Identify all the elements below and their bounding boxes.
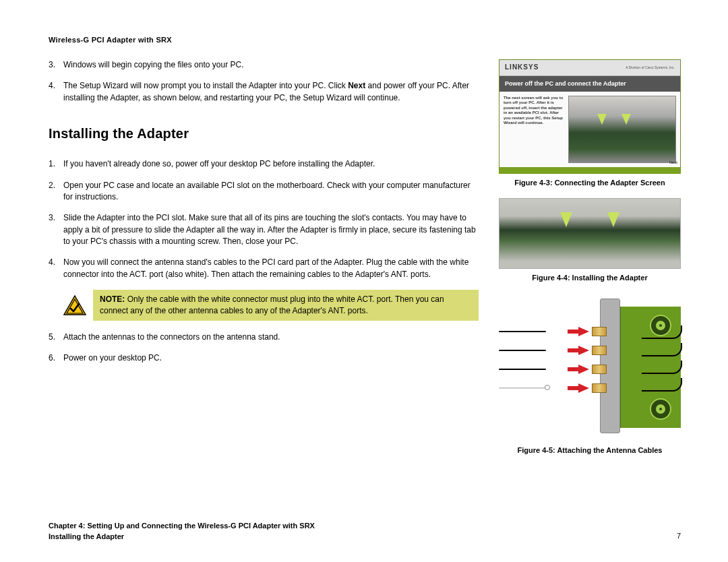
- antenna-cable: [499, 369, 546, 370]
- sma-connector: [592, 327, 607, 336]
- main-column: 3. Windows will begin copying the files …: [49, 59, 479, 514]
- install-steps: 1. If you haven't already done so, power…: [49, 158, 479, 280]
- mounting-hole: [650, 398, 671, 420]
- board-cable: [642, 343, 682, 356]
- wizard-photo: [568, 96, 676, 163]
- step-number: 3.: [49, 59, 63, 71]
- footer-left: Chapter 4: Setting Up and Connecting the…: [49, 521, 315, 542]
- note-body: Only the cable with the white connector …: [100, 294, 444, 315]
- board-cable: [642, 325, 682, 339]
- step-text: Slide the Adapter into the PCI slot. Mak…: [63, 212, 479, 247]
- step-text: Attach the antennas to the connectors on…: [63, 332, 479, 343]
- step-text-bold: Next: [348, 81, 365, 90]
- intro-steps: 3. Windows will begin copying the files …: [49, 59, 479, 104]
- sma-connector: [592, 365, 607, 374]
- warning-icon: [63, 295, 86, 315]
- brand-subtitle: A Division of Cisco Systems, Inc.: [626, 65, 675, 70]
- step-3b: 3. Slide the Adapter into the PCI slot. …: [49, 212, 479, 247]
- note-label: NOTE:: [100, 294, 125, 304]
- section-line: Installing the Adapter: [49, 532, 315, 542]
- pci-install-photo: [499, 198, 681, 269]
- board-cable: [642, 378, 682, 392]
- step-number: 5.: [49, 332, 63, 343]
- page-number: 7: [667, 531, 681, 542]
- step-6: 6. Power on your desktop PC.: [49, 352, 479, 364]
- sma-connector: [592, 383, 607, 393]
- step-text: Windows will begin copying the files ont…: [63, 59, 479, 71]
- wizard-logo-bar: LINKSYS A Division of Cisco Systems, Inc…: [499, 60, 680, 76]
- step-text: The Setup Wizard will now prompt you to …: [63, 80, 479, 104]
- post-steps: 5. Attach the antennas to the connectors…: [49, 332, 479, 365]
- step-4: 4. The Setup Wizard will now prompt you …: [49, 80, 479, 104]
- arrow-icon: [621, 114, 631, 125]
- step-5: 5. Attach the antennas to the connectors…: [49, 332, 479, 343]
- arrow-icon: [597, 114, 607, 125]
- wizard-screenshot: LINKSYS A Division of Cisco Systems, Inc…: [499, 59, 681, 174]
- step-1: 1. If you haven't already done so, power…: [49, 158, 479, 170]
- section-title: Installing the Adapter: [49, 124, 479, 144]
- red-arrow-icon: [578, 383, 589, 393]
- step-number: 3.: [49, 212, 63, 247]
- antenna-cable: [499, 350, 546, 351]
- doc-header: Wireless-G PCI Adapter with SRX: [49, 35, 681, 46]
- step-text: Now you will connect the antenna stand's…: [63, 257, 479, 280]
- chapter-line: Chapter 4: Setting Up and Connecting the…: [49, 521, 315, 531]
- wizard-body: The next screen will ask you to turn off…: [499, 92, 680, 167]
- red-arrow-icon: [578, 327, 589, 336]
- step-2: 2. Open your PC case and locate an avail…: [49, 180, 479, 204]
- note-text: NOTE: Only the cable with the white conn…: [93, 290, 479, 321]
- step-number: 2.: [49, 180, 63, 204]
- step-text: If you haven't already done so, power of…: [63, 158, 479, 170]
- step-text: Open your PC case and locate an availabl…: [63, 180, 479, 204]
- note-box: NOTE: Only the cable with the white conn…: [63, 290, 479, 321]
- figure-caption-4: Figure 4-4: Installing the Adapter: [499, 273, 681, 284]
- step-text-part: The Setup Wizard will now prompt you to …: [63, 81, 348, 90]
- brand-logo: LINKSYS: [505, 63, 539, 73]
- arrow-icon: [560, 212, 572, 227]
- step-number: 6.: [49, 352, 63, 364]
- side-column: LINKSYS A Division of Cisco Systems, Inc…: [499, 59, 681, 514]
- arrow-icon: [607, 212, 619, 227]
- figure-caption-3: Figure 4-3: Connecting the Adapter Scree…: [499, 178, 681, 189]
- antenna-cable: [499, 331, 546, 332]
- wizard-next-label: Next: [669, 160, 677, 166]
- red-arrow-icon: [578, 365, 589, 374]
- board-cable: [642, 361, 682, 374]
- wizard-step-title: Power off the PC and connect the Adapter: [499, 76, 680, 92]
- cable-tip: [545, 385, 550, 390]
- step-number: 4.: [49, 257, 63, 280]
- figure-caption-5: Figure 4-5: Attaching the Antenna Cables: [499, 445, 681, 456]
- sma-connector: [592, 346, 607, 355]
- step-4b: 4. Now you will connect the antenna stan…: [49, 257, 479, 280]
- wizard-instructions: The next screen will ask you to turn off…: [504, 96, 564, 163]
- step-3: 3. Windows will begin copying the files …: [49, 59, 479, 71]
- red-arrow-icon: [578, 346, 589, 355]
- step-number: 1.: [49, 158, 63, 170]
- step-number: 4.: [49, 80, 63, 104]
- antenna-cables-figure: [499, 293, 681, 441]
- antenna-cable-white: [499, 387, 546, 389]
- page-footer: Chapter 4: Setting Up and Connecting the…: [49, 514, 681, 542]
- step-text: Power on your desktop PC.: [63, 352, 479, 364]
